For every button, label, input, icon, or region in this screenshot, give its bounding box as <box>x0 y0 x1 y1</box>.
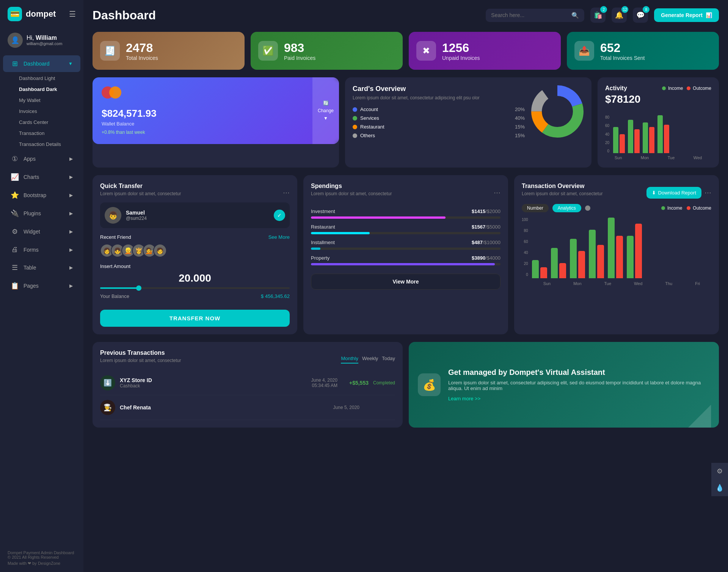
transfer-now-button[interactable]: TRANSFER NOW <box>100 310 290 327</box>
nav-subitem-transaction-details[interactable]: Transaction Details <box>15 139 83 150</box>
view-more-button[interactable]: View More <box>311 274 500 290</box>
legend-label: Services <box>360 115 379 121</box>
nav-subitem-cards-center[interactable]: Cards Center <box>15 117 83 128</box>
outcome-label: Outcome <box>693 86 711 91</box>
bag-button[interactable]: 🛍️ 2 <box>590 8 606 23</box>
legend-dot-restaurant <box>353 125 357 129</box>
charts-icon: 📈 <box>11 173 19 181</box>
tab-weekly[interactable]: Weekly <box>362 356 378 364</box>
sidebar-item-plugins[interactable]: 🔌 Plugins ▶ <box>3 205 80 222</box>
to-bars-container: SunMonTueWedThuFri <box>532 218 711 286</box>
user-greeting: Hi, William <box>27 34 62 41</box>
balance-label: Your Balance <box>100 293 129 299</box>
bar-income <box>570 239 577 278</box>
notifications-button[interactable]: 🔔 12 <box>612 8 627 23</box>
spending-max: /$4000 <box>485 255 500 261</box>
friend-avatar-6[interactable]: 🧑 <box>153 244 167 257</box>
transaction-info-1: XYZ Store ID Cashback <box>120 377 152 389</box>
virtual-assistant-section: 💰 Get managed by Dompet's Virtual Assist… <box>409 342 719 428</box>
sidebar-item-pages[interactable]: 📋 Pages ▶ <box>3 277 80 294</box>
paid-invoices-label: Paid Invoices <box>284 55 315 61</box>
person-info: Samuel @sum224 <box>126 210 147 221</box>
nav-subitem-invoices[interactable]: Invoices <box>15 106 83 117</box>
nav-subitem-my-wallet[interactable]: My Wallet <box>15 95 83 106</box>
donut-chart <box>531 85 584 138</box>
bar-income <box>627 236 634 278</box>
tab-today[interactable]: Today <box>382 356 395 364</box>
sidebar-item-bootstrap[interactable]: ⭐ Bootstrap ▶ <box>3 187 80 204</box>
download-report-button[interactable]: ⬇ Download Report <box>646 187 701 199</box>
recent-friend-label: Recent Friend <box>100 234 131 240</box>
cards-overview-left: Card's Overview Lorem ipsum dolor sit am… <box>353 85 525 160</box>
widget-icon: ⚙ <box>11 227 19 236</box>
sidebar-logo: 💳 dompet ☰ <box>0 0 83 28</box>
messages-button[interactable]: 💬 8 <box>633 8 648 23</box>
sidebar-item-label: Dashboard <box>24 61 50 67</box>
chevron-right-icon: ▶ <box>69 247 73 252</box>
generate-report-button[interactable]: Generate Report 📊 <box>654 8 719 22</box>
outcome-legend: Outcome <box>687 205 711 211</box>
tab-monthly[interactable]: Monthly <box>341 356 358 364</box>
amount-slider-thumb[interactable] <box>136 285 141 291</box>
to-bar-groups <box>532 218 711 278</box>
sidebar-item-label: Table <box>24 265 36 271</box>
va-learn-more[interactable]: Learn more >> <box>448 396 710 401</box>
person-handle: @sum224 <box>126 216 147 221</box>
sidebar-item-table[interactable]: ☰ Table ▶ <box>3 259 80 276</box>
wallet-change: +0.8% than last week <box>102 130 330 135</box>
nav-subitem-transaction[interactable]: Transaction <box>15 128 83 139</box>
spending-amount: $3890 <box>472 255 485 261</box>
user-info: Hi, William william@gmail.com <box>27 34 62 46</box>
toggle-gray-dot[interactable] <box>585 205 590 211</box>
sidebar-item-forms[interactable]: 🖨 Forms ▶ <box>3 241 80 258</box>
main-content: Dashboard 🔍 🛍️ 2 🔔 12 💬 8 Generate Repor… <box>83 0 728 572</box>
search-input[interactable] <box>491 12 568 18</box>
total-sent-icon: 📤 <box>574 41 594 61</box>
spending-max: /$10000 <box>483 240 500 245</box>
amount-slider-track <box>100 287 290 289</box>
donut-svg <box>531 85 584 138</box>
va-title: Get managed by Dompet's Virtual Assistan… <box>448 368 710 377</box>
nav-subitem-dashboard-light[interactable]: Dashboard Light <box>15 73 83 84</box>
transaction-overview-menu-button[interactable]: ⋯ <box>704 188 711 197</box>
bar-outcome <box>620 134 625 153</box>
spendings-menu-button[interactable]: ⋯ <box>494 188 500 197</box>
spending-name: Investment <box>311 208 335 214</box>
person-avatar: 👦 <box>105 207 121 224</box>
mc-yellow-circle <box>109 86 121 99</box>
legend-item-restaurant: Restaurant 15% <box>353 124 525 130</box>
cards-overview: Card's Overview Lorem ipsum dolor sit am… <box>345 77 592 168</box>
quick-transfer-section: Quick Transfer Lorem ipsum dolor sit ame… <box>93 175 297 334</box>
floating-buttons: ⚙ 💧 <box>711 463 728 496</box>
water-button[interactable]: 💧 <box>711 480 728 496</box>
sidebar-item-dashboard[interactable]: ⊞ Dashboard ▼ <box>3 55 80 72</box>
wallet-section: $824,571.93 Wallet Balance +0.8% than la… <box>93 77 339 168</box>
spending-max: /$2000 <box>485 208 500 214</box>
sidebar-item-widget[interactable]: ⚙ Widget ▶ <box>3 223 80 240</box>
legend-pct: 40% <box>515 115 525 121</box>
refresh-icon: 🔄 <box>323 100 329 106</box>
see-more-button[interactable]: See More <box>268 234 290 240</box>
stat-card-total-sent: 📤 652 Total Invoices Sent <box>567 32 719 70</box>
nav-subitem-dashboard-dark[interactable]: Dashboard Dark <box>15 84 83 95</box>
transaction-date-label: June 4, 2020 <box>311 378 337 383</box>
sidebar-item-label: Plugins <box>24 210 41 216</box>
toggle-number[interactable]: Number <box>522 204 549 212</box>
toggle-analytics[interactable]: Analytics <box>552 204 581 212</box>
prev-transactions-section: Previous Transactions Lorem ipsum dolor … <box>93 342 403 428</box>
person-name: Samuel <box>126 210 147 216</box>
activity-title: Activity <box>605 85 627 92</box>
hamburger-icon[interactable]: ☰ <box>69 9 76 19</box>
forms-icon: 🖨 <box>11 246 19 254</box>
stat-info: 652 Total Invoices Sent <box>600 41 645 61</box>
sidebar-item-charts[interactable]: 📈 Charts ▶ <box>3 169 80 185</box>
spending-amount: $1415 <box>472 208 485 214</box>
change-button[interactable]: 🔄 Change ▼ <box>312 77 339 144</box>
settings-button[interactable]: ⚙ <box>711 463 728 480</box>
bar-group-thu <box>608 218 623 278</box>
unpaid-invoices-icon: ✖ <box>416 41 436 61</box>
va-content: Get managed by Dompet's Virtual Assistan… <box>448 368 710 401</box>
bar-group-tue <box>570 239 585 278</box>
sidebar-item-apps[interactable]: ① Apps ▶ <box>3 150 80 167</box>
quick-transfer-menu-button[interactable]: ⋯ <box>283 188 290 197</box>
